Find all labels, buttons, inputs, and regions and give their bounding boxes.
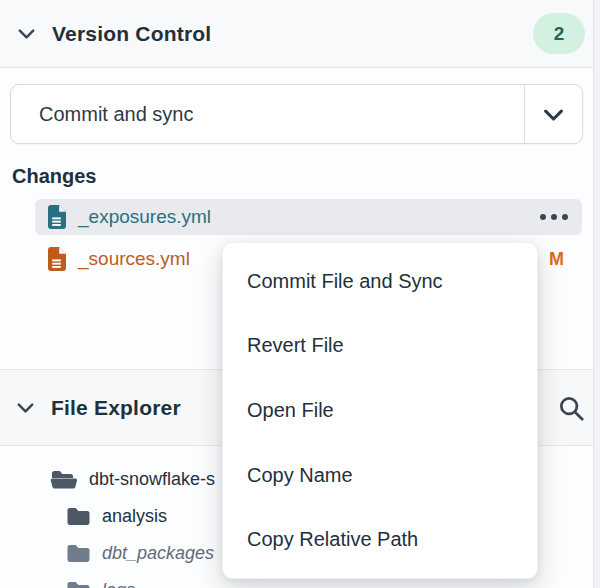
changed-file-row-exposures[interactable]: _exposures.yml [35, 199, 582, 235]
tree-item-label: analysis [102, 506, 167, 527]
folder-open-icon [50, 470, 78, 490]
version-control-title: Version Control [52, 22, 211, 46]
tree-item-label: logs [102, 580, 135, 588]
commit-dropdown-caret[interactable] [524, 85, 582, 143]
chevron-down-icon[interactable] [15, 22, 38, 45]
changes-count-badge: 2 [533, 13, 585, 54]
search-icon[interactable] [556, 393, 586, 423]
yml-file-icon [47, 204, 67, 230]
menu-item-copy-name[interactable]: Copy Name [223, 443, 537, 508]
menu-item-revert-file[interactable]: Revert File [223, 314, 537, 379]
menu-item-open-file[interactable]: Open File [223, 378, 537, 443]
changed-file-name: _sources.yml [78, 248, 190, 270]
file-explorer-title: File Explorer [51, 396, 181, 420]
menu-item-copy-relative-path[interactable]: Copy Relative Path [223, 507, 537, 572]
yml-file-icon [47, 246, 67, 272]
file-actions-ellipsis-icon[interactable] [536, 208, 572, 226]
commit-and-sync-dropdown[interactable]: Commit and sync [10, 84, 583, 144]
folder-icon [66, 544, 91, 563]
folder-icon [66, 581, 91, 588]
commit-dropdown-label: Commit and sync [11, 85, 524, 143]
version-control-header[interactable]: Version Control 2 [0, 0, 600, 68]
changed-file-name: _exposures.yml [78, 206, 211, 228]
tree-item-label: dbt-snowflake-s [89, 469, 215, 490]
tree-item-label: dbt_packages [102, 543, 214, 564]
file-context-menu: Commit File and Sync Revert File Open Fi… [222, 242, 538, 579]
chevron-down-icon[interactable] [14, 396, 37, 419]
menu-item-commit-file-and-sync[interactable]: Commit File and Sync [223, 249, 537, 314]
folder-icon [66, 507, 91, 526]
chevron-down-icon [540, 101, 567, 128]
scrollbar-gutter [593, 0, 600, 588]
modified-status-badge: M [549, 249, 572, 270]
changes-heading: Changes [12, 165, 96, 188]
